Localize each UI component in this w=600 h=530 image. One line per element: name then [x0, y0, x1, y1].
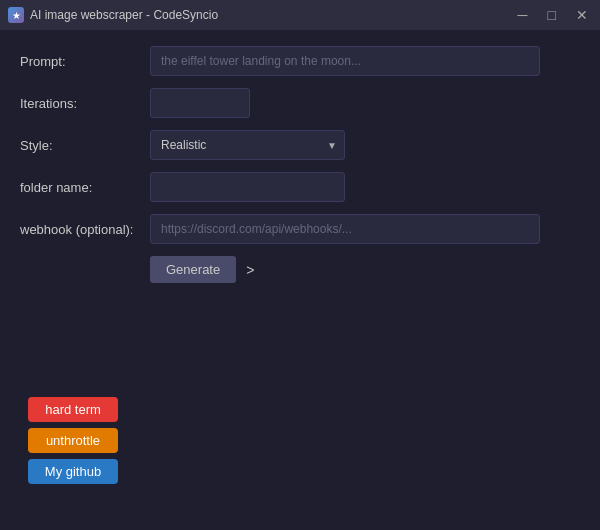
tag-buttons-group: hard term unthrottle My github	[28, 397, 580, 484]
folder-input[interactable]	[150, 172, 345, 202]
app-window: ★ AI image webscraper - CodeSyncio ─ □ ✕…	[0, 0, 600, 530]
iterations-input[interactable]	[150, 88, 250, 118]
title-bar: ★ AI image webscraper - CodeSyncio ─ □ ✕	[0, 0, 600, 30]
webhook-label: webhook (optional):	[20, 222, 150, 237]
webhook-input[interactable]	[150, 214, 540, 244]
style-select-wrapper: Realistic Artistic Abstract Photographic…	[150, 130, 345, 160]
app-icon: ★	[8, 7, 24, 23]
output-arrow: >	[246, 262, 254, 278]
hard-term-button[interactable]: hard term	[28, 397, 118, 422]
prompt-row: Prompt:	[20, 46, 580, 76]
github-button[interactable]: My github	[28, 459, 118, 484]
style-select[interactable]: Realistic Artistic Abstract Photographic	[150, 130, 345, 160]
iterations-label: Iterations:	[20, 96, 150, 111]
window-title: AI image webscraper - CodeSyncio	[30, 8, 218, 22]
maximize-button[interactable]: □	[544, 6, 560, 24]
style-label: Style:	[20, 138, 150, 153]
folder-row: folder name:	[20, 172, 580, 202]
bottom-section: hard term unthrottle My github	[20, 295, 580, 514]
main-content: Prompt: Iterations: Style: Realistic Art…	[0, 30, 600, 530]
title-bar-left: ★ AI image webscraper - CodeSyncio	[8, 7, 218, 23]
unthrottle-button[interactable]: unthrottle	[28, 428, 118, 453]
prompt-input[interactable]	[150, 46, 540, 76]
close-button[interactable]: ✕	[572, 6, 592, 24]
webhook-row: webhook (optional):	[20, 214, 580, 244]
prompt-label: Prompt:	[20, 54, 150, 69]
iterations-row: Iterations:	[20, 88, 580, 118]
minimize-button[interactable]: ─	[514, 6, 532, 24]
generate-button[interactable]: Generate	[150, 256, 236, 283]
generate-row: Generate >	[20, 256, 580, 283]
folder-label: folder name:	[20, 180, 150, 195]
window-controls: ─ □ ✕	[514, 6, 592, 24]
style-row: Style: Realistic Artistic Abstract Photo…	[20, 130, 580, 160]
